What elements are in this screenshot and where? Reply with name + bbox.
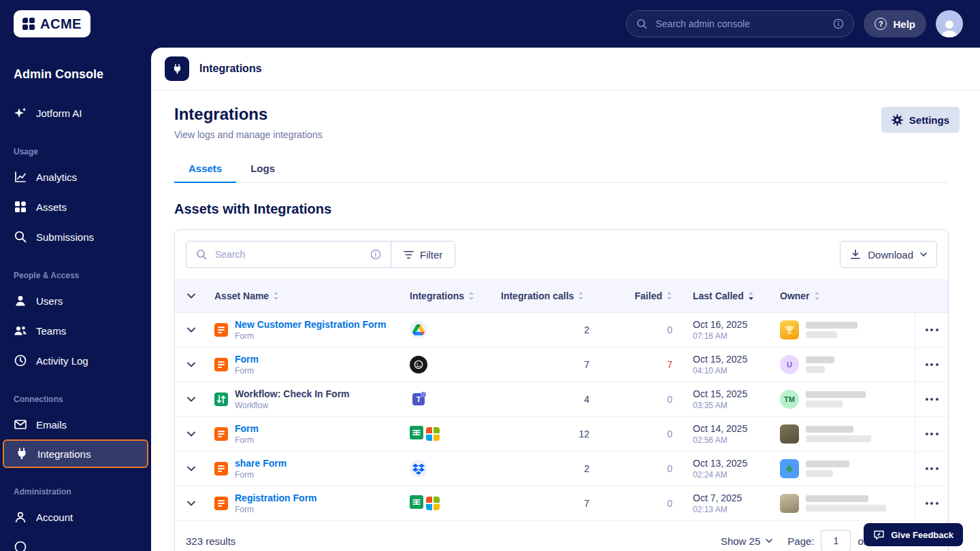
owner-avatar bbox=[780, 494, 799, 513]
asset-name-link[interactable]: Registration Form bbox=[235, 492, 317, 503]
owner-avatar bbox=[780, 320, 799, 339]
asset-name-link[interactable]: Form bbox=[235, 423, 259, 434]
row-actions-button[interactable] bbox=[921, 393, 943, 406]
sidebar-item-emails[interactable]: Emails bbox=[0, 410, 151, 439]
row-actions-button[interactable] bbox=[921, 323, 943, 337]
row-actions-button[interactable] bbox=[921, 358, 943, 371]
people-icon bbox=[14, 324, 27, 337]
row-expand-button[interactable] bbox=[184, 393, 199, 405]
sidebar-item-label: Integrations bbox=[37, 448, 91, 460]
admin-search-input[interactable] bbox=[654, 18, 826, 30]
row-actions-button[interactable] bbox=[921, 427, 943, 441]
sidebar-item-account[interactable]: Account bbox=[0, 502, 151, 532]
sidebar-item-label: Account bbox=[36, 512, 73, 523]
tab-assets[interactable]: Assets bbox=[174, 155, 236, 183]
row-expand-button[interactable] bbox=[184, 358, 199, 371]
google-sheets-icon bbox=[410, 426, 423, 442]
sidebar-item-integrations[interactable]: Integrations bbox=[3, 439, 148, 468]
table-row: Workflow: Check In FormWorkflow T 4 0 Oc… bbox=[175, 382, 948, 417]
row-expand-button[interactable] bbox=[184, 324, 199, 336]
acme-logo-text: ACME bbox=[40, 16, 82, 32]
integrations-badge bbox=[165, 56, 189, 81]
failed-value: 0 bbox=[600, 394, 682, 405]
user-avatar[interactable] bbox=[936, 10, 963, 37]
analytics-icon bbox=[14, 170, 27, 184]
settings-icon bbox=[14, 540, 27, 551]
row-actions-button[interactable] bbox=[921, 497, 943, 510]
chevron-down-icon bbox=[187, 466, 195, 471]
table-row: FormForm 7 7 Oct 15, 202504:10 AM U bbox=[175, 348, 948, 382]
col-integrations[interactable]: Integrations bbox=[410, 290, 501, 301]
table-toolbar: Filter Download bbox=[175, 230, 948, 279]
search-filter-group: Filter bbox=[186, 241, 455, 268]
sidebar-item-label: Users bbox=[36, 295, 63, 307]
asset-type: Form bbox=[235, 505, 317, 515]
page-header-bar: Integrations bbox=[151, 48, 980, 90]
help-label: Help bbox=[893, 18, 915, 30]
settings-button[interactable]: Settings bbox=[881, 107, 960, 133]
sidebar-item-label: Assets bbox=[36, 201, 67, 213]
assets-table: Asset Name Integrations Integration call… bbox=[175, 279, 948, 521]
form-icon bbox=[214, 497, 228, 510]
gear-icon bbox=[892, 114, 903, 126]
row-actions-button[interactable] bbox=[921, 462, 943, 475]
give-feedback-button[interactable]: Give Feedback bbox=[864, 523, 963, 546]
asset-type: Form bbox=[235, 367, 259, 376]
sidebar-item-analytics[interactable]: Analytics bbox=[0, 162, 151, 192]
page-title: Integrations bbox=[174, 105, 323, 123]
user-icon bbox=[14, 294, 27, 307]
plug-icon bbox=[172, 63, 183, 75]
sidebar-item-assets[interactable]: Assets bbox=[0, 192, 151, 222]
expand-all-toggle[interactable] bbox=[175, 293, 208, 299]
sidebar-item-label: Emails bbox=[36, 419, 67, 431]
sidebar-item-jotform-ai[interactable]: Jotform AI bbox=[0, 98, 151, 128]
owner-avatar: U bbox=[780, 355, 799, 374]
sidebar-item-activity-log[interactable]: Activity Log bbox=[0, 346, 151, 375]
section-title: Assets with Integrations bbox=[174, 201, 957, 217]
sidebar-item-partial[interactable] bbox=[0, 532, 151, 551]
envelope-icon bbox=[14, 418, 27, 431]
filter-button[interactable]: Filter bbox=[391, 241, 455, 267]
info-icon bbox=[370, 249, 381, 260]
filter-label: Filter bbox=[420, 249, 442, 261]
admin-search[interactable] bbox=[626, 10, 854, 37]
sidebar: Admin Console Jotform AI Usage Analytics… bbox=[0, 48, 151, 551]
help-button[interactable]: ? Help bbox=[864, 10, 926, 37]
chevron-down-icon bbox=[187, 362, 195, 367]
asset-name-link[interactable]: Form bbox=[235, 354, 259, 365]
tab-logs[interactable]: Logs bbox=[236, 155, 289, 183]
table-search[interactable] bbox=[186, 241, 391, 267]
row-expand-button[interactable] bbox=[184, 463, 199, 475]
owner-name-redacted bbox=[806, 495, 886, 512]
row-expand-button[interactable] bbox=[184, 428, 199, 440]
page-size-select[interactable]: Show 25 bbox=[721, 535, 772, 547]
feedback-label: Give Feedback bbox=[891, 530, 953, 540]
last-called-date: Oct 7, 2025 bbox=[693, 492, 780, 503]
acme-logo[interactable]: ACME bbox=[14, 10, 91, 37]
section-label-people: People & Access bbox=[0, 271, 151, 280]
page-number-input[interactable] bbox=[821, 530, 851, 551]
row-expand-button[interactable] bbox=[184, 497, 199, 510]
col-asset-name[interactable]: Asset Name bbox=[208, 290, 410, 301]
sparkles-icon bbox=[14, 106, 27, 120]
failed-value: 0 bbox=[600, 429, 682, 439]
asset-name-link[interactable]: Workflow: Check In Form bbox=[235, 388, 350, 399]
chevron-down-icon bbox=[187, 431, 195, 437]
table-search-input[interactable] bbox=[214, 248, 363, 261]
sidebar-item-teams[interactable]: Teams bbox=[0, 316, 151, 346]
acme-logo-icon bbox=[22, 18, 35, 30]
col-integration-calls[interactable]: Integration calls bbox=[501, 290, 600, 301]
sidebar-item-submissions[interactable]: Submissions bbox=[0, 222, 151, 252]
mailchimp-icon bbox=[410, 356, 427, 373]
col-failed[interactable]: Failed bbox=[600, 290, 682, 301]
results-count: 323 results bbox=[186, 535, 235, 547]
asset-name-link[interactable]: share Form bbox=[235, 458, 287, 469]
download-button[interactable]: Download bbox=[840, 241, 937, 268]
question-icon: ? bbox=[875, 18, 887, 30]
page-label: Page: bbox=[787, 535, 814, 547]
table-row: FormForm 12 0 Oct 14, 202502:56 AM bbox=[175, 417, 948, 452]
sidebar-item-users[interactable]: Users bbox=[0, 286, 151, 316]
col-last-called[interactable]: Last Called bbox=[682, 290, 780, 301]
asset-name-link[interactable]: New Customer Registration Form bbox=[235, 319, 386, 330]
col-owner[interactable]: Owner bbox=[780, 290, 915, 301]
